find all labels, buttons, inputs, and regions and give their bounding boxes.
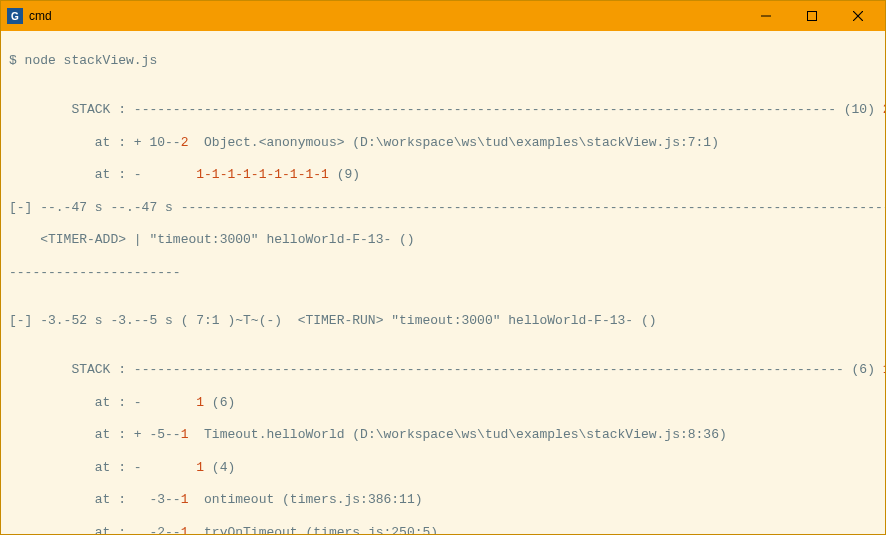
frame-depth: 1 (196, 460, 204, 475)
frame-prefix: at : + 10-- (9, 135, 181, 150)
stack-header-1: STACK : --------------------------------… (9, 102, 877, 118)
frame-prefix: at : -2-- (9, 525, 181, 535)
frame-prefix: at : -3-- (9, 492, 181, 507)
count: (6) (204, 395, 235, 410)
label: STACK : (9, 362, 134, 377)
divider: ---------------------- (9, 265, 877, 281)
count: (10) (836, 102, 883, 117)
frame-prefix: at : - (9, 460, 196, 475)
count: (4) (204, 460, 235, 475)
frame-src: ontimeout (timers.js:386:11) (188, 492, 422, 507)
frame-src: tryOnTimeout (timers.js:250:5) (188, 525, 438, 535)
count: (9) (329, 167, 360, 182)
frame-src: Timeout.helloWorld (D:\workspace\ws\tud\… (188, 427, 726, 442)
depth-seq: 1-1-1-1-1-2 (883, 362, 885, 377)
frame-prefix: at : - (9, 395, 196, 410)
stack-frame: at : - 1 (6) (9, 395, 877, 411)
frame-prefix: at : + -5-- (9, 427, 181, 442)
dashes: ----------------------------------------… (134, 102, 836, 117)
stack-frame: at : + -5--1 Timeout.helloWorld (D:\work… (9, 427, 877, 443)
frame-src: Object.<anonymous> (D:\workspace\ws\tud\… (188, 135, 719, 150)
timer-run-line: [-] -3.-52 s -3.--5 s ( 7:1 )~T~(-) <TIM… (9, 313, 877, 329)
count: (6) (844, 362, 883, 377)
dashes: ----------------------------------------… (134, 362, 844, 377)
svg-rect-1 (808, 12, 817, 21)
titlebar[interactable]: G cmd (1, 1, 885, 31)
app-icon: G (7, 8, 23, 24)
depth-seq: 2-1-1-1-1-1-1-1-1-1 (883, 102, 885, 117)
close-button[interactable] (835, 1, 881, 31)
terminal-body[interactable]: $ node stackView.js STACK : ------------… (1, 31, 885, 534)
frame-prefix: at : - (9, 167, 196, 182)
stack-header-2: STACK : --------------------------------… (9, 362, 877, 378)
frame-depth: 1 (196, 395, 204, 410)
stack-frame: at : -2--1 tryOnTimeout (timers.js:250:5… (9, 525, 877, 535)
minimize-icon (761, 11, 771, 21)
stack-frame: at : - 1-1-1-1-1-1-1-1-1 (9) (9, 167, 877, 183)
minimize-button[interactable] (743, 1, 789, 31)
stack-frame: at : + 10--2 Object.<anonymous> (D:\work… (9, 135, 877, 151)
maximize-button[interactable] (789, 1, 835, 31)
terminal-window: G cmd $ node stackView.js STACK : ------… (0, 0, 886, 535)
label: STACK : (9, 102, 134, 117)
depth-seq: 1-1-1-1-1-1-1-1-1 (196, 167, 329, 182)
command-line: $ node stackView.js (9, 53, 877, 69)
close-icon (853, 11, 863, 21)
maximize-icon (807, 11, 817, 21)
timing-line: [-] --.-47 s --.-47 s ------------------… (9, 200, 877, 216)
timer-add-line: <TIMER-ADD> | "timeout:3000" helloWorld-… (9, 232, 877, 248)
window-title: cmd (29, 9, 52, 23)
stack-frame: at : -3--1 ontimeout (timers.js:386:11) (9, 492, 877, 508)
stack-frame: at : - 1 (4) (9, 460, 877, 476)
